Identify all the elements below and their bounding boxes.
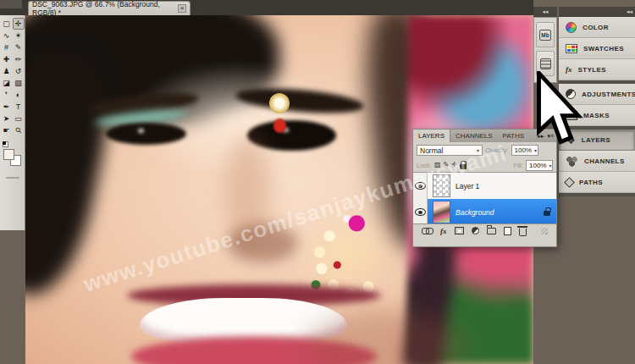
blend-mode-select[interactable]: Normal ▾ [417,145,483,156]
collapse-panels-icon[interactable]: ◂◂ [627,8,632,15]
photo-bindi [273,119,286,133]
dock-strip-header[interactable]: ◂◂ [533,7,557,17]
layer-row-layer1[interactable]: Layer 1 [413,173,556,199]
zoom-tool-icon[interactable]: ⚲ [10,122,27,139]
blur-tool-icon[interactable]: ❜ [1,89,13,101]
mouse-cursor [533,71,586,152]
history-brush-tool-icon[interactable]: ↺ [13,65,25,77]
cursor-arrow-icon [533,71,586,149]
brush-tool-icon[interactable]: ✏ [13,53,25,65]
fill-value: 100% [529,162,546,169]
layers-panel-actions: fx [413,224,556,237]
layer-row-background[interactable]: Background [413,199,556,224]
panel-label: MASKS [583,112,610,119]
magic-wand-tool-icon[interactable]: ✶ [13,30,25,41]
toolbar-divider [6,177,19,179]
panel-label: ADJUSTMENTS [582,91,635,98]
path-selection-tool-icon[interactable]: ➤ [1,113,13,124]
visibility-cell[interactable] [413,199,428,224]
gradient-tool-icon[interactable]: ▧ [13,77,25,89]
layer-style-fx-icon[interactable]: fx [440,227,447,235]
visibility-cell[interactable] [413,173,428,199]
document-tab-title: DSC_9063.JPG @ 66.7% (Background, RGB/8)… [32,0,174,17]
panel-label: SWATCHES [583,45,624,52]
tools-palette: ▢ ✛ ∿ ✶ # ✎ ✚ ✏ ♟ ↺ ◪ ▧ ❜ ◐ ✒ T ➤ ▭ ☛ ⚲ [0,15,25,230]
pen-tool-icon[interactable]: ✒ [1,101,13,113]
blend-mode-value: Normal [420,146,443,155]
tool-grid: ▢ ✛ ∿ ✶ # ✎ ✚ ✏ ♟ ↺ ◪ ▧ ❜ ◐ ✒ T ➤ ▭ ☛ ⚲ [1,18,25,136]
resize-grip[interactable] [541,228,548,234]
eye-icon [415,208,426,216]
photo-nostril [227,223,298,262]
close-icon[interactable]: × [178,4,186,13]
new-layer-icon[interactable] [504,227,511,235]
lock-paint-icon[interactable]: ✎ [444,162,450,168]
lock-label: Lock: [417,162,432,169]
chevron-down-icon: ▾ [474,147,479,153]
collapse-panels-icon[interactable]: ◂◂ [542,8,548,15]
channels-icon [566,156,578,167]
dodge-tool-icon[interactable]: ◐ [13,89,25,101]
crop-tool-icon[interactable]: # [1,41,13,53]
new-group-icon[interactable] [487,228,496,234]
type-tool-icon[interactable]: T [13,101,25,113]
mini-bridge-panel-button[interactable]: Mb [536,22,555,47]
fill-label: Fill: [513,162,523,169]
lock-position-icon[interactable]: ✛ [451,162,457,168]
lasso-tool-icon[interactable]: ∿ [1,30,13,41]
eye-icon [415,182,426,190]
color-wheel-icon [566,22,577,33]
rectangular-marquee-tool-icon[interactable]: ▢ [1,18,13,30]
tab-channels[interactable]: CHANNELS [450,130,498,142]
layer-thumbnail[interactable] [433,201,450,223]
photoshop-window: DSC_9063.JPG @ 66.7% (Background, RGB/8)… [0,0,635,364]
dock-wide-header[interactable]: ◂◂ [559,7,635,17]
link-layers-icon[interactable] [422,228,433,234]
panel-label: CHANNELS [584,157,625,165]
delete-layer-icon[interactable] [519,229,527,236]
lock-controls-row: Lock: ▨ ✎ ✛ Fill: 100% ▾ [413,158,556,172]
opacity-value: 100% [515,146,532,154]
panel-button-color[interactable]: COLOR [559,17,635,38]
add-layer-mask-icon[interactable] [455,227,464,234]
lock-all-icon[interactable] [460,164,467,169]
eyedropper-tool-icon[interactable]: ✎ [13,41,25,53]
tab-layers[interactable]: LAYERS [413,130,450,142]
panel-button-paths[interactable]: PATHS [559,172,635,193]
fill-input[interactable]: 100% ▾ [526,160,553,171]
photo-forehead-ornament [269,93,290,113]
layer-list: Layer 1 Background [413,172,556,224]
panel-button-swatches[interactable]: SWATCHES [559,38,635,59]
panel-label: COLOR [583,24,609,31]
tab-paths[interactable]: PATHS [498,130,529,142]
layer-name[interactable]: Background [456,208,494,217]
document-tab-bar: DSC_9063.JPG @ 66.7% (Background, RGB/8)… [0,0,533,15]
color-swatch-zone [3,141,23,170]
layer-name[interactable]: Layer 1 [456,182,479,190]
healing-brush-tool-icon[interactable]: ✚ [1,53,13,65]
chevron-down-icon: ▾ [546,163,551,168]
clone-stamp-tool-icon[interactable]: ♟ [1,65,13,77]
foreground-color-swatch[interactable] [3,149,14,160]
paths-icon [564,177,575,188]
panel-button-channels[interactable]: CHANNELS [559,151,635,172]
swatches-grid-icon [566,44,577,53]
eraser-tool-icon[interactable]: ◪ [1,77,13,89]
default-colors-icon[interactable] [3,141,8,147]
panel-label: PATHS [579,179,603,186]
history-icon [540,58,551,69]
lock-transparency-icon[interactable]: ▨ [434,162,441,168]
photo-eye [106,123,186,145]
new-adjustment-layer-icon[interactable] [472,227,479,234]
layer-thumbnail[interactable] [433,174,450,197]
layer-lock-icon [544,211,550,216]
mini-bridge-icon: Mb [539,30,550,41]
app-frame-chip [0,0,22,8]
move-tool-icon[interactable]: ✛ [13,18,25,30]
document-tab[interactable]: DSC_9063.JPG @ 66.7% (Background, RGB/8)… [28,1,190,15]
opacity-label: Opacity: [485,146,509,154]
